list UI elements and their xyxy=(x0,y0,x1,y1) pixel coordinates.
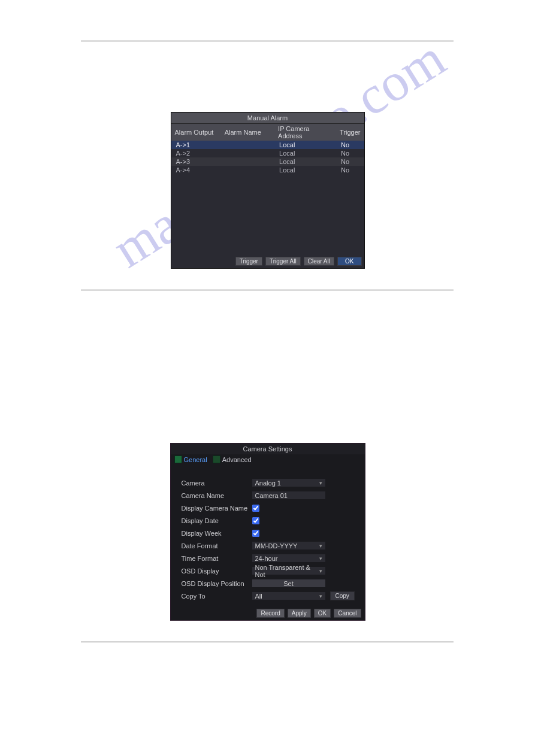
col-alarm-name: Alarm Name xyxy=(221,124,274,141)
osd-position-set-button[interactable]: Set xyxy=(252,579,325,587)
osd-display-select[interactable]: Non Transparent & Not ▾ xyxy=(252,567,325,575)
display-camera-name-checkbox[interactable] xyxy=(252,505,259,512)
chevron-down-icon: ▾ xyxy=(319,480,322,486)
camera-settings-dialog: Camera Settings General Advanced Camera … xyxy=(170,443,365,621)
cell-name xyxy=(221,157,274,166)
time-format-select[interactable]: 24-hour ▾ xyxy=(252,554,325,562)
table-row[interactable]: A->3 Local No xyxy=(171,157,364,166)
cell-addr: Local xyxy=(274,141,336,149)
button-row: Record Apply OK Cancel xyxy=(171,607,365,620)
cell-addr: Local xyxy=(274,157,336,166)
col-ip-camera-address: IP Camera Address xyxy=(274,124,336,141)
cell-trigger: No xyxy=(336,149,364,157)
tab-label: General xyxy=(184,456,207,463)
button-row: Trigger Trigger All Clear All OK xyxy=(171,256,364,268)
cell-name xyxy=(221,141,274,149)
cell-addr: Local xyxy=(274,149,336,157)
label-date-format: Date Format xyxy=(182,542,252,549)
camera-select[interactable]: Analog 1 ▾ xyxy=(252,479,325,487)
input-value: Camera 01 xyxy=(255,492,288,499)
label-display-date: Display Date xyxy=(182,517,252,524)
folder-icon xyxy=(174,456,182,463)
cell-addr: Local xyxy=(274,166,336,174)
cell-output: A->4 xyxy=(171,166,221,174)
alarm-table: Alarm Output Alarm Name IP Camera Addres… xyxy=(171,123,364,174)
chevron-down-icon: ▾ xyxy=(319,555,322,561)
label-time-format: Time Format xyxy=(182,555,252,562)
apply-button[interactable]: Apply xyxy=(288,609,311,618)
dialog-title: Manual Alarm xyxy=(171,113,364,123)
settings-form: Camera Analog 1 ▾ Camera Name Camera 01 … xyxy=(171,466,365,607)
cell-output: A->3 xyxy=(171,157,221,166)
copy-button[interactable]: Copy xyxy=(330,591,355,600)
cancel-button[interactable]: Cancel xyxy=(334,609,361,618)
table-row[interactable]: A->1 Local No xyxy=(171,141,364,149)
display-week-checkbox[interactable] xyxy=(252,530,259,537)
ok-button[interactable]: OK xyxy=(314,609,331,618)
divider-bottom xyxy=(81,642,454,642)
table-row[interactable]: A->2 Local No xyxy=(171,149,364,157)
select-value: 24-hour xyxy=(255,555,278,562)
select-value: MM-DD-YYYY xyxy=(255,542,298,549)
cell-name xyxy=(221,166,274,174)
chevron-down-icon: ▾ xyxy=(319,568,322,574)
tab-label: Advanced xyxy=(222,456,252,463)
label-osd-display-position: OSD Display Position xyxy=(182,580,252,587)
tab-bar: General Advanced xyxy=(171,454,365,466)
label-osd-display: OSD Display xyxy=(182,567,252,575)
copy-to-select[interactable]: All ▾ xyxy=(252,592,325,600)
cell-output: A->2 xyxy=(171,149,221,157)
cell-trigger: No xyxy=(336,141,364,149)
divider-top xyxy=(81,41,454,41)
dialog-title: Camera Settings xyxy=(171,444,365,454)
select-value: All xyxy=(255,593,262,600)
select-value: Analog 1 xyxy=(255,479,281,487)
cell-trigger: No xyxy=(336,157,364,166)
cell-name xyxy=(221,149,274,157)
tab-advanced[interactable]: Advanced xyxy=(213,456,252,463)
table-row[interactable]: A->4 Local No xyxy=(171,166,364,174)
select-value: Non Transparent & Not xyxy=(255,564,319,578)
label-camera: Camera xyxy=(182,479,252,487)
chevron-down-icon: ▾ xyxy=(319,593,322,599)
trigger-button[interactable]: Trigger xyxy=(235,257,262,266)
record-button[interactable]: Record xyxy=(256,609,284,618)
label-camera-name: Camera Name xyxy=(182,492,252,499)
divider-mid xyxy=(81,290,454,290)
folder-icon xyxy=(213,456,220,463)
chevron-down-icon: ▾ xyxy=(319,543,322,549)
trigger-all-button[interactable]: Trigger All xyxy=(265,257,301,266)
col-alarm-output: Alarm Output xyxy=(171,124,221,141)
col-trigger: Trigger xyxy=(336,124,364,141)
label-copy-to: Copy To xyxy=(182,593,252,600)
label-display-week: Display Week xyxy=(182,530,252,537)
manual-alarm-dialog: Manual Alarm Alarm Output Alarm Name IP … xyxy=(171,112,365,269)
clear-all-button[interactable]: Clear All xyxy=(304,257,334,266)
display-date-checkbox[interactable] xyxy=(252,517,259,524)
date-format-select[interactable]: MM-DD-YYYY ▾ xyxy=(252,542,325,549)
cell-trigger: No xyxy=(336,166,364,174)
label-display-camera-name: Display Camera Name xyxy=(182,505,252,512)
table-empty-area xyxy=(171,174,364,256)
button-label: Set xyxy=(283,580,294,587)
tab-general[interactable]: General xyxy=(174,456,207,463)
ok-button[interactable]: OK xyxy=(337,257,361,266)
camera-name-input[interactable]: Camera 01 xyxy=(252,491,325,499)
cell-output: A->1 xyxy=(171,141,221,149)
